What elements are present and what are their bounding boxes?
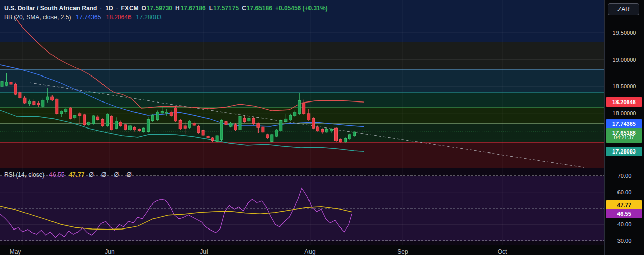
separator-dot: · <box>116 5 118 12</box>
rsi-empty-values: Ø Ø Ø Ø <box>89 171 134 178</box>
price-zone <box>0 70 604 93</box>
rsi-axis-tick: 60.00 <box>605 189 644 196</box>
symbol-title[interactable]: U.S. Dollar / South African Rand <box>4 5 97 12</box>
price-zone <box>0 108 604 124</box>
rsi-axis-tick: 30.00 <box>605 238 644 244</box>
low-value: L17.57175 <box>209 5 239 12</box>
axis-value-badge: 46.55 <box>606 209 642 218</box>
axis-value-badge: 17.28083 <box>606 147 642 156</box>
price-axis-tick: 19.00000 <box>605 57 644 63</box>
bb-indicator-label[interactable]: BB (20, SMA, close, 2.5) <box>4 14 71 21</box>
separator-dot: · <box>100 5 102 12</box>
currency-button[interactable]: ZAR <box>608 3 639 15</box>
rsi-indicator-label[interactable]: RSI (14, close) <box>4 171 44 178</box>
price-axis[interactable]: ZAR 19.5000019.0000018.5000018.0000070.0… <box>604 0 644 255</box>
bb-indicator-row: BB (20, SMA, close, 2.5) 17.74365 18.206… <box>4 14 328 21</box>
time-axis[interactable]: MayJunJulAugSepOct <box>0 245 604 255</box>
time-axis-label: May <box>10 248 21 255</box>
symbol-row: U.S. Dollar / South African Rand · 1D · … <box>4 5 328 12</box>
price-zone <box>0 124 604 142</box>
axis-value-badge: 47.77 <box>606 200 642 210</box>
time-axis-label: Oct <box>498 248 507 255</box>
close-value: C17.65186 <box>242 5 272 12</box>
open-value: O17.59730 <box>142 5 172 12</box>
price-axis-tick: 18.50000 <box>605 83 644 90</box>
price-axis-tick: 18.00000 <box>605 110 644 117</box>
time-axis-label: Jul <box>200 248 208 255</box>
price-zone <box>0 93 604 108</box>
last-price-badge: 17.6518604:21:37 <box>606 128 642 143</box>
rsi-indicator-row: RSI (14, close) 46.55 47.77 Ø Ø Ø Ø <box>4 171 135 178</box>
axis-value-badge: 17.74365 <box>606 119 642 129</box>
rsi-ma-value: 47.77 <box>69 171 84 178</box>
time-axis-label: Jun <box>105 248 114 255</box>
price-zone <box>0 42 604 70</box>
price-axis-tick: 19.50000 <box>605 30 644 36</box>
bb-basis-value: 17.74365 <box>75 14 101 21</box>
rsi-pane[interactable] <box>0 168 604 245</box>
price-zone <box>0 142 604 168</box>
rsi-axis-tick: 40.00 <box>605 221 644 228</box>
exchange-label[interactable]: FXCM <box>121 5 139 12</box>
chart-window: MayJunJulAugSepOct ZAR 19.5000019.000001… <box>0 0 644 255</box>
time-axis-label: Aug <box>304 248 315 255</box>
time-axis-label: Sep <box>397 248 408 255</box>
pane-separator[interactable] <box>0 168 644 168</box>
high-value: H17.67186 <box>175 5 206 12</box>
axis-value-badge: 18.20646 <box>606 97 642 107</box>
bb-upper-value: 18.20646 <box>106 14 131 21</box>
rsi-value: 46.55 <box>49 171 64 178</box>
change-value: +0.05456 (+0.31%) <box>275 5 328 12</box>
bb-lower-value: 17.28083 <box>136 14 162 21</box>
rsi-axis-tick: 70.00 <box>605 173 644 180</box>
symbol-header: U.S. Dollar / South African Rand · 1D · … <box>4 5 328 21</box>
main-price-pane[interactable] <box>0 0 604 168</box>
timeframe-label[interactable]: 1D <box>105 5 113 12</box>
